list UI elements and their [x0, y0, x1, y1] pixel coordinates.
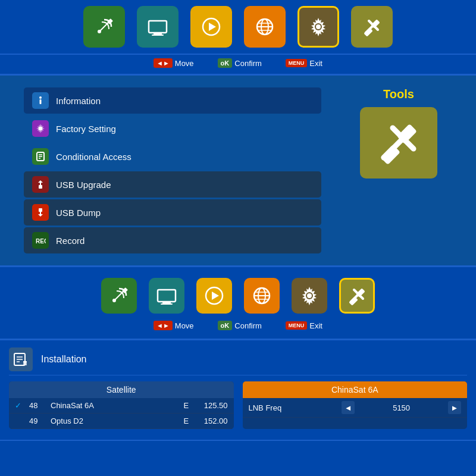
svg-rect-44	[161, 303, 173, 305]
bottom-icon-internet[interactable]	[244, 278, 280, 314]
factory-icon	[32, 120, 49, 137]
svg-point-20	[39, 96, 42, 99]
installation-title: Installation	[41, 354, 87, 365]
svg-rect-31	[39, 208, 42, 212]
bottom-controls-row: ◄► Move oK Confirm MENU Exit	[36, 318, 440, 333]
row-name-2: Optus D2	[51, 416, 179, 425]
row-freq-2: 152.00	[198, 416, 228, 425]
table-row[interactable]: 49 Optus D2 E 152.00	[9, 414, 234, 429]
row-name-1: ChinaSat 6A	[51, 401, 179, 410]
row-num-2: 49	[29, 416, 46, 425]
usb-dump-icon	[32, 204, 49, 221]
menu-item-usb-upgrade[interactable]: USB Upgrade	[24, 171, 321, 198]
tools-large-icon	[360, 107, 437, 178]
move-badge-top: ◄►	[154, 58, 173, 68]
confirm-label-bottom: Confirm	[234, 321, 262, 330]
row-dir-1: E	[184, 401, 193, 410]
menu-item-information[interactable]: Information	[24, 87, 321, 114]
info-icon	[32, 92, 49, 109]
move-badge-bottom: ◄►	[154, 321, 173, 330]
svg-marker-46	[212, 292, 219, 300]
bottom-icon-satellite[interactable]	[101, 278, 137, 314]
move-control-top: ◄► Move	[154, 58, 194, 68]
menu-item-usb-dump[interactable]: USB Dump	[24, 199, 321, 226]
menu-icon-tools[interactable]	[351, 6, 393, 48]
svg-point-54	[307, 293, 312, 298]
bottom-icon-media[interactable]	[196, 278, 232, 314]
move-label-bottom: Move	[175, 321, 194, 330]
satellite-table: Satellite ✓ 48 ChinaSat 6A E 125.50 49 O…	[9, 381, 234, 429]
svg-rect-28	[39, 185, 42, 189]
conditional-label: Conditional Access	[56, 152, 131, 162]
menu-icon-internet[interactable]	[244, 6, 286, 48]
bottom-icon-tools[interactable]	[339, 278, 375, 314]
usb-upgrade-icon	[32, 176, 49, 193]
confirm-control-top: oK Confirm	[218, 58, 262, 68]
lnb-freq-arrow-right[interactable]: ►	[448, 401, 461, 414]
installation-section: Installation Satellite ✓ 48 ChinaSat 6A …	[0, 340, 476, 441]
bottom-menu-area: ◄► Move oK Confirm MENU Exit	[0, 267, 476, 340]
menu-icon-tv[interactable]	[137, 6, 178, 48]
content-layout: Information Factory Setting Conditional …	[24, 87, 452, 253]
top-icon-bar	[0, 0, 476, 55]
menu-item-record[interactable]: REC Record	[24, 227, 321, 253]
menu-icon-settings[interactable]	[298, 6, 339, 48]
exit-label-bottom: Exit	[309, 321, 322, 330]
conditional-icon	[32, 148, 49, 165]
ok-badge-bottom: oK	[218, 321, 233, 330]
svg-rect-58	[349, 296, 358, 306]
row-dir-2: E	[184, 416, 193, 425]
exit-label-top: Exit	[309, 59, 322, 68]
menu-icon-satellite[interactable]	[83, 6, 125, 48]
menu-item-conditional[interactable]: Conditional Access	[24, 143, 321, 170]
main-content-area: Information Factory Setting Conditional …	[0, 76, 476, 267]
settings-panel-header: ChinaSat 6A	[243, 381, 468, 398]
ok-badge-top: oK	[218, 58, 233, 68]
svg-rect-4	[154, 33, 162, 35]
menu-badge-bottom: MENU	[286, 321, 308, 330]
record-label: Record	[56, 236, 84, 246]
bottom-icon-tv[interactable]	[149, 278, 184, 314]
usb-dump-label: USB Dump	[56, 208, 101, 218]
lnb-freq-label: LNB Freq	[249, 403, 342, 412]
usb-upgrade-label: USB Upgrade	[56, 180, 111, 190]
satellite-table-header: Satellite	[9, 381, 234, 398]
svg-rect-42	[158, 290, 176, 302]
svg-rect-5	[152, 35, 164, 36]
information-label: Information	[56, 96, 101, 106]
svg-text:REC: REC	[36, 238, 46, 245]
lnb-freq-row: LNB Freq ◄ 5150 ►	[243, 398, 468, 418]
menu-item-factory[interactable]: Factory Setting	[24, 115, 321, 142]
row-num-1: 48	[29, 401, 46, 410]
row-check-1: ✓	[15, 401, 24, 410]
settings-panel: ChinaSat 6A LNB Freq ◄ 5150 ►	[243, 381, 468, 429]
tools-title: Tools	[383, 87, 414, 101]
svg-marker-7	[209, 23, 216, 31]
menu-icon-media[interactable]	[190, 6, 232, 48]
menu-badge-top: MENU	[286, 59, 308, 67]
exit-control-bottom: MENU Exit	[286, 321, 322, 330]
confirm-control-bottom: oK Confirm	[218, 321, 262, 330]
lnb-freq-arrow-left[interactable]: ◄	[342, 401, 355, 414]
exit-control-top: MENU Exit	[286, 59, 322, 68]
bottom-icon-bar	[36, 273, 440, 318]
svg-rect-43	[162, 302, 171, 303]
installation-icon	[9, 347, 33, 371]
svg-rect-3	[149, 21, 167, 33]
tools-right-panel: Tools	[345, 87, 452, 178]
factory-label: Factory Setting	[56, 124, 116, 134]
svg-marker-33	[38, 214, 43, 217]
table-row[interactable]: ✓ 48 ChinaSat 6A E 125.50	[9, 398, 234, 414]
installation-header: Installation	[9, 345, 467, 375]
lnb-freq-value: 5150	[355, 403, 448, 412]
svg-rect-19	[364, 27, 373, 37]
row-freq-1: 125.50	[198, 401, 228, 410]
svg-point-23	[39, 127, 42, 130]
record-icon: REC	[32, 232, 49, 249]
tools-menu-list: Information Factory Setting Conditional …	[24, 87, 321, 253]
svg-rect-21	[40, 99, 42, 104]
bottom-icon-settings[interactable]	[292, 278, 327, 314]
tables-row: Satellite ✓ 48 ChinaSat 6A E 125.50 49 O…	[9, 375, 467, 435]
move-label-top: Move	[175, 59, 194, 68]
svg-marker-30	[38, 180, 43, 183]
